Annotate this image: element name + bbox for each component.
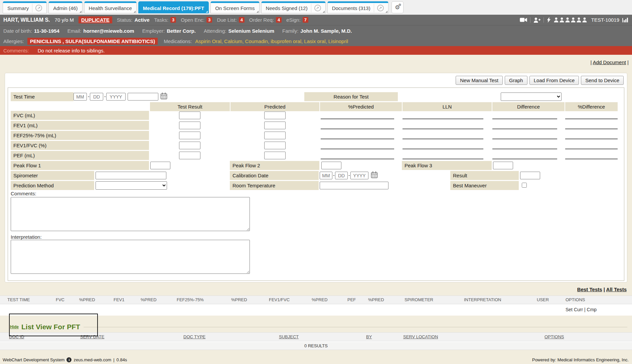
- row-label-fev1-fvc: FEV1/FVC (%): [11, 141, 149, 150]
- results-header-options: OPTIONS: [566, 296, 585, 304]
- cmp-link[interactable]: Cmp: [587, 307, 597, 312]
- column-header-difference: Difference: [492, 102, 565, 111]
- add-document-link[interactable]: Add Document: [593, 59, 626, 65]
- employer-label: Employer:: [142, 28, 165, 34]
- reason-for-test-select[interactable]: [501, 93, 562, 101]
- spirometer-input[interactable]: [96, 172, 166, 179]
- tasks-count-badge[interactable]: 3: [170, 17, 176, 23]
- doc-header-options[interactable]: OPTIONS: [544, 333, 564, 341]
- load-from-device-button[interactable]: Load From Device: [529, 76, 579, 85]
- email-value: horner@mieweb.com: [83, 28, 134, 34]
- tab-health-surveillance[interactable]: Health Surveillance: [84, 1, 137, 13]
- interpretation-textarea[interactable]: [11, 240, 250, 274]
- tab-documents[interactable]: Documents (313) ↗: [327, 1, 388, 13]
- column-header-pct-predicted: %Predicted: [320, 102, 402, 111]
- fvc-predicted-input[interactable]: [264, 112, 286, 119]
- fev1-fvc-predicted-input[interactable]: [264, 142, 286, 149]
- test-time-time-input[interactable]: [128, 93, 158, 101]
- info-icon[interactable]: i: [66, 357, 71, 362]
- documents-table-header: DOC ID SERV DATE DOC TYPE SUBJECT BY SER…: [0, 332, 632, 341]
- attending-label: Attending:: [204, 28, 226, 34]
- doc-header-subject[interactable]: SUBJECT: [279, 333, 299, 341]
- peak-flow-2-input[interactable]: [321, 162, 341, 169]
- tab-admin[interactable]: Admin (46): [48, 1, 82, 13]
- peak-flow-3-input[interactable]: [493, 162, 513, 169]
- results-empty-row: Set Curr | Cmp: [0, 304, 632, 316]
- doc-header-serv-location[interactable]: SERV LOCATION: [403, 333, 438, 341]
- tab-on-screen-forms-label: On Screen Forms: [215, 5, 255, 11]
- results-header-spirometer: SPIROMETER: [405, 296, 433, 304]
- fef25-75-predicted-input[interactable]: [264, 132, 286, 139]
- bar-chart-icon[interactable]: [622, 17, 629, 22]
- employer-value: Better Corp.: [167, 28, 196, 34]
- open-new-window-icon[interactable]: ↗: [314, 5, 321, 11]
- graph-button[interactable]: Graph: [505, 76, 527, 85]
- hide-list-view-link[interactable]: Hide: [10, 325, 19, 329]
- patient-age-sex: 70 y/o M: [55, 17, 74, 23]
- form-comments-textarea[interactable]: [11, 197, 250, 231]
- calibration-month-input[interactable]: [320, 172, 332, 179]
- recent-patients-icons[interactable]: [554, 17, 587, 22]
- row-label-fev1: FEV1 (mL): [11, 121, 149, 130]
- prediction-method-select[interactable]: [96, 181, 167, 190]
- doc-header-by[interactable]: BY: [366, 333, 372, 341]
- room-temperature-input[interactable]: [320, 182, 388, 189]
- due-list-label: Due List:: [217, 17, 236, 23]
- tab-medical-record[interactable]: Medical Record (179):PFT: [138, 1, 209, 13]
- esign-count-badge[interactable]: 7: [303, 17, 308, 23]
- date-separator: -: [348, 172, 350, 179]
- test-time-year-input[interactable]: [106, 93, 126, 101]
- fev1-fvc-test-result-input[interactable]: [179, 142, 200, 149]
- fef25-75-test-result-input[interactable]: [179, 132, 200, 139]
- lightning-icon[interactable]: [547, 17, 551, 23]
- open-enc-count-badge[interactable]: 3: [206, 17, 212, 23]
- calibration-day-input[interactable]: [335, 172, 348, 179]
- fef25-75-lln-field: [403, 131, 483, 139]
- due-list-count-badge[interactable]: 4: [239, 17, 245, 23]
- doc-header-doc-id[interactable]: DOC ID: [9, 333, 24, 341]
- order-req-count-badge[interactable]: 4: [276, 17, 282, 23]
- test-time-day-input[interactable]: [90, 93, 103, 101]
- tab-needs-signed[interactable]: Needs Signed (12) ↗: [261, 1, 326, 13]
- tab-bar: Summary ↗ Admin (46) Health Surveillance…: [0, 0, 632, 15]
- doc-header-doc-type[interactable]: DOC TYPE: [183, 333, 205, 341]
- results-header-pct-pred-4: %PRED: [312, 296, 328, 304]
- settings-gear-button[interactable]: ⚙ ⚙: [391, 1, 404, 13]
- video-camera-icon[interactable]: [520, 17, 527, 22]
- tab-summary[interactable]: Summary ↗: [3, 1, 47, 13]
- documents-empty-state: 0 RESULTS: [0, 342, 632, 350]
- fev1-predicted-input[interactable]: [264, 122, 286, 129]
- doc-header-serv-date[interactable]: SERV DATE: [80, 333, 104, 341]
- medications-value[interactable]: Aspirin Oral, Calcium, Coumadin, ibuprof…: [195, 38, 348, 44]
- calibration-year-input[interactable]: [350, 172, 368, 179]
- set-curr-link[interactable]: Set Curr: [566, 307, 583, 312]
- person-icon: [571, 17, 576, 22]
- open-new-window-icon[interactable]: ↗: [377, 5, 384, 11]
- test-time-month-input[interactable]: [73, 93, 87, 101]
- tab-on-screen-forms[interactable]: On Screen Forms: [210, 1, 259, 13]
- add-document-row: | Add Document |: [0, 55, 632, 68]
- result-input[interactable]: [520, 172, 540, 179]
- fvc-difference-field: [492, 111, 557, 119]
- allergies-value[interactable]: PENICILLINS , SULFA(SULFONAMIDE ANTIBIOT…: [27, 38, 158, 45]
- best-maneuver-label: Best Maneuver: [450, 181, 519, 190]
- fev1-fvc-difference-field: [492, 141, 557, 149]
- peak-flow-1-input[interactable]: [150, 162, 170, 169]
- all-tests-link[interactable]: All Tests: [606, 287, 627, 292]
- pef-predicted-input[interactable]: [264, 152, 286, 159]
- add-person-icon[interactable]: [533, 17, 540, 23]
- fvc-test-result-input[interactable]: [179, 112, 200, 119]
- duplicate-flag[interactable]: DUPLICATE: [78, 16, 112, 23]
- person-icon: [560, 17, 564, 22]
- pft-form: Test Time - - Reason for Test Test Resul…: [8, 87, 624, 281]
- calendar-icon[interactable]: [371, 171, 378, 178]
- open-new-window-icon[interactable]: ↗: [35, 5, 42, 11]
- row-label-fef25-75: FEF25%-75% (mL): [11, 131, 149, 140]
- best-maneuver-checkbox[interactable]: [522, 183, 527, 188]
- best-tests-link[interactable]: Best Tests: [577, 287, 602, 292]
- new-manual-test-button[interactable]: New Manual Test: [456, 76, 503, 85]
- send-to-device-button[interactable]: Send to Device: [581, 76, 624, 85]
- fev1-test-result-input[interactable]: [179, 122, 200, 129]
- pef-test-result-input[interactable]: [179, 152, 200, 159]
- calendar-icon[interactable]: [160, 93, 167, 100]
